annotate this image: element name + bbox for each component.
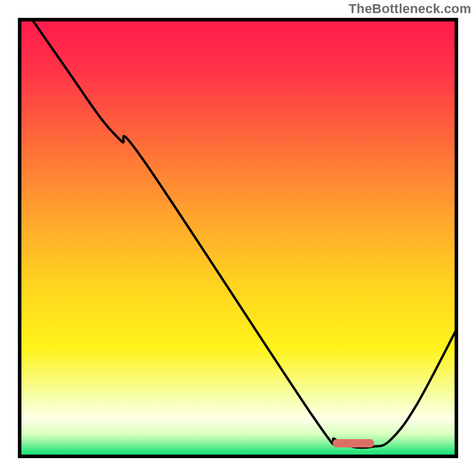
watermark-text: TheBottleneck.com	[349, 1, 471, 17]
plot-frame	[18, 18, 458, 458]
svg-rect-1	[20, 20, 456, 456]
plot-border	[18, 18, 458, 458]
chart-stage: TheBottleneck.com	[0, 0, 476, 476]
